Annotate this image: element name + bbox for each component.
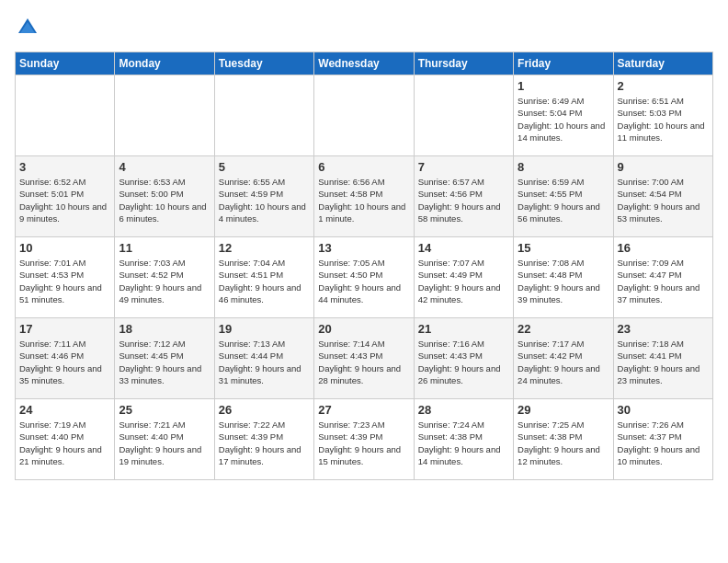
- day-info: Sunrise: 7:00 AM Sunset: 4:54 PM Dayligh…: [618, 176, 709, 224]
- calendar-cell: 25Sunrise: 7:21 AM Sunset: 4:40 PM Dayli…: [115, 399, 214, 480]
- day-info: Sunrise: 6:59 AM Sunset: 4:55 PM Dayligh…: [518, 176, 609, 224]
- day-info: Sunrise: 7:17 AM Sunset: 4:42 PM Dayligh…: [518, 338, 609, 386]
- day-number: 30: [618, 403, 709, 417]
- day-number: 6: [318, 160, 409, 174]
- calendar-cell: 23Sunrise: 7:18 AM Sunset: 4:41 PM Dayli…: [613, 318, 712, 399]
- calendar-cell: [314, 75, 414, 156]
- day-info: Sunrise: 6:51 AM Sunset: 5:03 PM Dayligh…: [618, 95, 709, 144]
- calendar-cell: 26Sunrise: 7:22 AM Sunset: 4:39 PM Dayli…: [214, 399, 313, 480]
- day-info: Sunrise: 7:25 AM Sunset: 4:38 PM Dayligh…: [518, 419, 609, 467]
- day-number: 16: [618, 241, 709, 255]
- day-number: 14: [418, 241, 509, 255]
- day-number: 7: [418, 160, 509, 174]
- day-header-tuesday: Tuesday: [214, 52, 313, 75]
- calendar-week-row: 17Sunrise: 7:11 AM Sunset: 4:46 PM Dayli…: [16, 318, 713, 399]
- calendar-cell: 1Sunrise: 6:49 AM Sunset: 5:04 PM Daylig…: [514, 75, 613, 156]
- day-number: 13: [318, 241, 409, 255]
- calendar-cell: 29Sunrise: 7:25 AM Sunset: 4:38 PM Dayli…: [514, 399, 613, 480]
- day-number: 24: [19, 403, 110, 417]
- calendar-cell: [16, 75, 115, 156]
- calendar-cell: 6Sunrise: 6:56 AM Sunset: 4:58 PM Daylig…: [314, 156, 414, 237]
- calendar-cell: 22Sunrise: 7:17 AM Sunset: 4:42 PM Dayli…: [514, 318, 613, 399]
- day-info: Sunrise: 7:05 AM Sunset: 4:50 PM Dayligh…: [318, 257, 409, 305]
- calendar-cell: 12Sunrise: 7:04 AM Sunset: 4:51 PM Dayli…: [214, 237, 313, 318]
- day-info: Sunrise: 7:08 AM Sunset: 4:48 PM Dayligh…: [518, 257, 609, 305]
- calendar-cell: [414, 75, 513, 156]
- day-number: 23: [618, 322, 709, 336]
- day-info: Sunrise: 7:14 AM Sunset: 4:43 PM Dayligh…: [318, 338, 409, 386]
- calendar-cell: 20Sunrise: 7:14 AM Sunset: 4:43 PM Dayli…: [314, 318, 414, 399]
- calendar-cell: 2Sunrise: 6:51 AM Sunset: 5:03 PM Daylig…: [613, 75, 712, 156]
- day-info: Sunrise: 7:21 AM Sunset: 4:40 PM Dayligh…: [119, 419, 210, 467]
- day-number: 29: [518, 403, 609, 417]
- day-number: 10: [19, 241, 110, 255]
- day-number: 22: [518, 322, 609, 336]
- day-info: Sunrise: 7:26 AM Sunset: 4:37 PM Dayligh…: [618, 419, 709, 467]
- calendar-cell: 27Sunrise: 7:23 AM Sunset: 4:39 PM Dayli…: [314, 399, 414, 480]
- day-info: Sunrise: 6:49 AM Sunset: 5:04 PM Dayligh…: [518, 95, 609, 144]
- day-number: 2: [618, 79, 709, 93]
- day-info: Sunrise: 6:55 AM Sunset: 4:59 PM Dayligh…: [219, 176, 310, 224]
- calendar-cell: 30Sunrise: 7:26 AM Sunset: 4:37 PM Dayli…: [613, 399, 712, 480]
- day-number: 21: [418, 322, 509, 336]
- day-info: Sunrise: 7:24 AM Sunset: 4:38 PM Dayligh…: [418, 419, 509, 467]
- day-number: 4: [119, 160, 210, 174]
- calendar-cell: 24Sunrise: 7:19 AM Sunset: 4:40 PM Dayli…: [16, 399, 115, 480]
- day-number: 15: [518, 241, 609, 255]
- calendar-header: SundayMondayTuesdayWednesdayThursdayFrid…: [16, 52, 713, 75]
- calendar-week-row: 24Sunrise: 7:19 AM Sunset: 4:40 PM Dayli…: [16, 399, 713, 480]
- day-header-friday: Friday: [514, 52, 613, 75]
- calendar-week-row: 1Sunrise: 6:49 AM Sunset: 5:04 PM Daylig…: [16, 75, 713, 156]
- day-info: Sunrise: 6:57 AM Sunset: 4:56 PM Dayligh…: [418, 176, 509, 224]
- calendar-cell: 14Sunrise: 7:07 AM Sunset: 4:49 PM Dayli…: [414, 237, 513, 318]
- calendar-cell: 21Sunrise: 7:16 AM Sunset: 4:43 PM Dayli…: [414, 318, 513, 399]
- day-number: 19: [219, 322, 310, 336]
- day-number: 28: [418, 403, 509, 417]
- calendar-cell: 4Sunrise: 6:53 AM Sunset: 5:00 PM Daylig…: [115, 156, 214, 237]
- day-header-thursday: Thursday: [414, 52, 513, 75]
- day-info: Sunrise: 7:09 AM Sunset: 4:47 PM Dayligh…: [618, 257, 709, 305]
- calendar-week-row: 10Sunrise: 7:01 AM Sunset: 4:53 PM Dayli…: [16, 237, 713, 318]
- day-number: 3: [19, 160, 110, 174]
- calendar-cell: 8Sunrise: 6:59 AM Sunset: 4:55 PM Daylig…: [514, 156, 613, 237]
- day-info: Sunrise: 6:56 AM Sunset: 4:58 PM Dayligh…: [318, 176, 409, 224]
- calendar-cell: [115, 75, 214, 156]
- calendar-body: 1Sunrise: 6:49 AM Sunset: 5:04 PM Daylig…: [16, 75, 713, 480]
- day-header-saturday: Saturday: [613, 52, 712, 75]
- day-info: Sunrise: 7:01 AM Sunset: 4:53 PM Dayligh…: [19, 257, 110, 305]
- day-info: Sunrise: 7:18 AM Sunset: 4:41 PM Dayligh…: [618, 338, 709, 386]
- day-number: 12: [219, 241, 310, 255]
- day-number: 11: [119, 241, 210, 255]
- calendar-cell: 7Sunrise: 6:57 AM Sunset: 4:56 PM Daylig…: [414, 156, 513, 237]
- day-number: 9: [618, 160, 709, 174]
- day-number: 25: [119, 403, 210, 417]
- day-number: 17: [19, 322, 110, 336]
- calendar-cell: 5Sunrise: 6:55 AM Sunset: 4:59 PM Daylig…: [214, 156, 313, 237]
- day-info: Sunrise: 6:52 AM Sunset: 5:01 PM Dayligh…: [19, 176, 110, 224]
- calendar-cell: 17Sunrise: 7:11 AM Sunset: 4:46 PM Dayli…: [16, 318, 115, 399]
- day-info: Sunrise: 7:11 AM Sunset: 4:46 PM Dayligh…: [19, 338, 110, 386]
- calendar-cell: [214, 75, 313, 156]
- day-info: Sunrise: 7:22 AM Sunset: 4:39 PM Dayligh…: [219, 419, 310, 467]
- day-number: 27: [318, 403, 409, 417]
- day-info: Sunrise: 7:16 AM Sunset: 4:43 PM Dayligh…: [418, 338, 509, 386]
- calendar-cell: 18Sunrise: 7:12 AM Sunset: 4:45 PM Dayli…: [115, 318, 214, 399]
- day-info: Sunrise: 6:53 AM Sunset: 5:00 PM Dayligh…: [119, 176, 210, 224]
- day-info: Sunrise: 7:19 AM Sunset: 4:40 PM Dayligh…: [19, 419, 110, 467]
- day-header-monday: Monday: [115, 52, 214, 75]
- page-header: [15, 15, 713, 40]
- day-number: 26: [219, 403, 310, 417]
- calendar-cell: 16Sunrise: 7:09 AM Sunset: 4:47 PM Dayli…: [613, 237, 712, 318]
- calendar-cell: 28Sunrise: 7:24 AM Sunset: 4:38 PM Dayli…: [414, 399, 513, 480]
- logo-icon: [15, 15, 40, 40]
- day-info: Sunrise: 7:23 AM Sunset: 4:39 PM Dayligh…: [318, 419, 409, 467]
- day-info: Sunrise: 7:12 AM Sunset: 4:45 PM Dayligh…: [119, 338, 210, 386]
- calendar-cell: 11Sunrise: 7:03 AM Sunset: 4:52 PM Dayli…: [115, 237, 214, 318]
- logo: [15, 15, 44, 40]
- calendar-cell: 15Sunrise: 7:08 AM Sunset: 4:48 PM Dayli…: [514, 237, 613, 318]
- day-number: 1: [518, 79, 609, 93]
- calendar-week-row: 3Sunrise: 6:52 AM Sunset: 5:01 PM Daylig…: [16, 156, 713, 237]
- day-info: Sunrise: 7:07 AM Sunset: 4:49 PM Dayligh…: [418, 257, 509, 305]
- calendar-cell: 19Sunrise: 7:13 AM Sunset: 4:44 PM Dayli…: [214, 318, 313, 399]
- calendar-cell: 13Sunrise: 7:05 AM Sunset: 4:50 PM Dayli…: [314, 237, 414, 318]
